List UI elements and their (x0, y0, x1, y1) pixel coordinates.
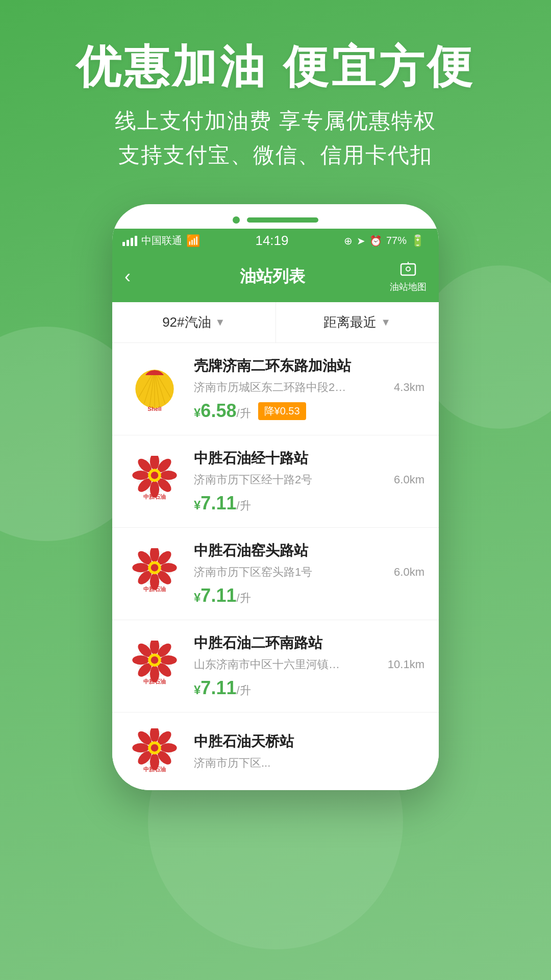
battery-icon: 🔋 (411, 234, 424, 248)
svg-point-1 (406, 267, 410, 271)
fuel-type-label: 92#汽油 (162, 313, 211, 331)
station-price-row: ¥6.58/升 降¥0.53 (194, 400, 424, 422)
svg-point-18 (132, 471, 149, 480)
station-name: 中胜石油窑头路站 (194, 541, 424, 560)
price-unit: /升 (236, 684, 251, 697)
hero-title: 优惠加油 便宜方便 (0, 41, 551, 92)
signal-bar-3 (131, 238, 133, 246)
station-distance: 10.1km (388, 658, 424, 671)
svg-point-42 (132, 655, 149, 665)
svg-point-45 (151, 656, 159, 664)
station-price-row: ¥7.11/升 (194, 585, 424, 606)
station-info: 中胜石油经十路站 济南市历下区经十路2号 6.0km ¥7.11/升 (194, 449, 424, 514)
phone-wrapper: 中国联通 📶 14:19 ⊕ ➤ ⏰ 77% 🔋 ‹ 油站列表 (112, 204, 439, 790)
station-address: 济南市历下区窑头路1号 (194, 565, 347, 580)
notch-pill (247, 217, 318, 223)
status-bar: 中国联通 📶 14:19 ⊕ ➤ ⏰ 77% 🔋 (112, 229, 439, 253)
station-address-row: 济南市历城区东二环路中段2183号 4.3km (194, 380, 424, 395)
station-info: 中胜石油天桥站 济南市历下区... (194, 732, 424, 776)
station-price-row: ¥7.11/升 (194, 493, 424, 514)
filter-fuel-type[interactable]: 92#汽油 ▼ (112, 302, 276, 342)
signal-bar-4 (135, 236, 137, 246)
nav-title: 油站列表 (240, 265, 305, 288)
phone-notch (112, 216, 439, 224)
station-address: 济南市历下区经十路2号 (194, 472, 347, 487)
location-icon: ⊕ (344, 235, 353, 247)
back-button[interactable]: ‹ (124, 266, 155, 287)
notch-dot (233, 216, 240, 224)
filter-bar: 92#汽油 ▼ 距离最近 ▼ (112, 302, 439, 343)
station-address-row: 山东济南市中区十六里河镇兴隆一... 10.1km (194, 657, 424, 672)
station-distance: 6.0km (394, 473, 424, 486)
station-info: 中胜石油窑头路站 济南市历下区窑头路1号 6.0km ¥7.11/升 (194, 541, 424, 606)
filter-distance[interactable]: 距离最近 ▼ (276, 302, 439, 342)
svg-text:中胜石油: 中胜石油 (143, 678, 166, 684)
hero-subtitle-line2: 支持支付宝、微信、信用卡代扣 (0, 138, 551, 172)
station-info: 壳牌济南二环东路加油站 济南市历城区东二环路中段2183号 4.3km ¥6.5… (194, 356, 424, 422)
fuel-type-arrow: ▼ (215, 316, 226, 328)
station-price: ¥7.11/升 (194, 677, 251, 699)
station-distance: 4.3km (394, 381, 424, 394)
signal-bar-2 (127, 240, 129, 246)
svg-text:中胜石油: 中胜石油 (143, 494, 166, 500)
station-name: 壳牌济南二环东路加油站 (194, 356, 424, 376)
carrier-label: 中国联通 (141, 234, 182, 248)
currency-symbol: ¥ (194, 498, 201, 512)
svg-point-30 (132, 563, 149, 572)
station-item[interactable]: 中胜石油 中胜石油经十路站 济南市历下区经十路2号 6.0km ¥7.11/升 (112, 435, 439, 528)
svg-point-21 (151, 472, 159, 479)
station-address: 济南市历下区... (194, 755, 347, 771)
svg-rect-0 (401, 264, 415, 275)
status-left: 中国联通 📶 (122, 234, 200, 248)
map-label: 油站地图 (390, 281, 427, 293)
alarm-icon: ⏰ (369, 235, 382, 247)
station-logo-zhongsheng-2: 中胜石油 (127, 546, 183, 602)
price-value: 7.11 (201, 493, 236, 513)
battery-label: 77% (386, 235, 407, 247)
map-button[interactable]: 油站地图 (390, 260, 427, 293)
distance-label: 距离最近 (323, 313, 377, 331)
nav-bar: ‹ 油站列表 油站地图 (112, 253, 439, 302)
hero-subtitle-line1: 线上支付加油费 享专属优惠特权 (0, 104, 551, 138)
station-item[interactable]: 中胜石油 中胜石油二环南路站 山东济南市中区十六里河镇兴隆一... 10.1km… (112, 620, 439, 713)
station-address-row: 济南市历下区窑头路1号 6.0km (194, 565, 424, 580)
svg-point-50 (160, 743, 177, 752)
station-name: 中胜石油二环南路站 (194, 633, 424, 653)
svg-point-14 (160, 471, 177, 480)
status-time: 14:19 (255, 233, 288, 249)
station-price: ¥7.11/升 (194, 585, 251, 606)
svg-text:中胜石油: 中胜石油 (143, 586, 166, 592)
station-address-row: 济南市历下区... (194, 755, 424, 771)
station-distance: 6.0km (394, 566, 424, 579)
price-unit: /升 (236, 407, 251, 420)
nav-icon: ➤ (357, 235, 365, 247)
station-logo-zhongsheng-3: 中胜石油 (127, 638, 183, 694)
discount-badge: 降¥0.53 (258, 402, 306, 420)
station-item[interactable]: Shell 壳牌济南二环东路加油站 济南市历城区东二环路中段2183号 4.3k… (112, 343, 439, 435)
station-item[interactable]: 中胜石油 中胜石油窑头路站 济南市历下区窑头路1号 6.0km ¥7.11/升 (112, 528, 439, 620)
distance-arrow: ▼ (381, 316, 391, 328)
price-value: 7.11 (201, 677, 236, 698)
hero-subtitle: 线上支付加油费 享专属优惠特权 支持支付宝、微信、信用卡代扣 (0, 104, 551, 172)
phone-frame: 中国联通 📶 14:19 ⊕ ➤ ⏰ 77% 🔋 ‹ 油站列表 (112, 204, 439, 790)
station-price: ¥7.11/升 (194, 493, 251, 514)
station-name: 中胜石油天桥站 (194, 732, 424, 751)
station-info: 中胜石油二环南路站 山东济南市中区十六里河镇兴隆一... 10.1km ¥7.1… (194, 633, 424, 699)
station-address-row: 济南市历下区经十路2号 6.0km (194, 472, 424, 487)
signal-bars (122, 236, 137, 246)
status-right: ⊕ ➤ ⏰ 77% 🔋 (344, 234, 424, 248)
map-icon (399, 260, 417, 281)
station-logo-zhongsheng-1: 中胜石油 (127, 453, 183, 509)
svg-point-26 (160, 563, 177, 572)
station-item-partial[interactable]: 中胜石油 中胜石油天桥站 济南市历下区... (112, 713, 439, 790)
currency-symbol: ¥ (194, 591, 201, 604)
station-logo-shell: Shell (127, 361, 183, 417)
station-price: ¥6.58/升 (194, 400, 251, 422)
price-value: 6.58 (201, 400, 236, 421)
signal-bar-1 (122, 242, 125, 246)
currency-symbol: ¥ (194, 406, 201, 420)
svg-point-54 (132, 743, 149, 752)
station-address: 济南市历城区东二环路中段2183号 (194, 380, 347, 395)
station-list: Shell 壳牌济南二环东路加油站 济南市历城区东二环路中段2183号 4.3k… (112, 343, 439, 790)
station-price-row: ¥7.11/升 (194, 677, 424, 699)
